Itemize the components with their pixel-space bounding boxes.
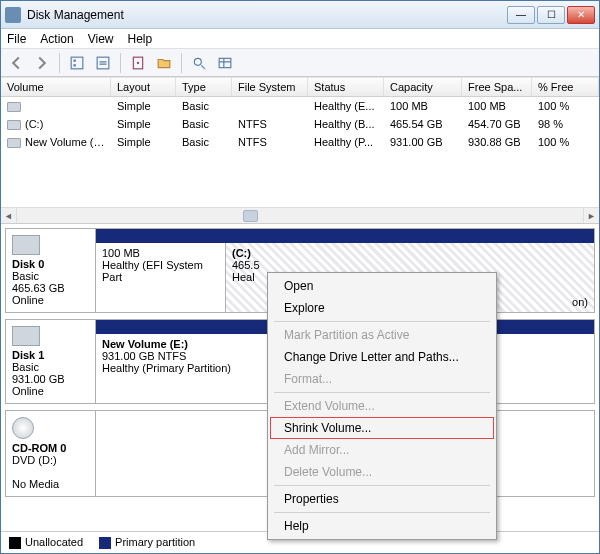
menu-shrink-volume[interactable]: Shrink Volume...	[270, 417, 494, 439]
back-button[interactable]	[5, 52, 27, 74]
search-icon[interactable]	[188, 52, 210, 74]
partition-name: (C:)	[232, 247, 251, 259]
minimize-button[interactable]: —	[507, 6, 535, 24]
volume-row[interactable]: (C:) Simple Basic NTFS Healthy (B... 465…	[1, 115, 599, 133]
volume-row[interactable]: New Volume (E:) Simple Basic NTFS Health…	[1, 133, 599, 151]
settings-icon[interactable]	[127, 52, 149, 74]
col-status[interactable]: Status	[308, 78, 384, 96]
legend-swatch-primary	[99, 537, 111, 549]
col-volume[interactable]: Volume	[1, 78, 111, 96]
col-pctfree[interactable]: % Free	[532, 78, 599, 96]
col-capacity[interactable]: Capacity	[384, 78, 462, 96]
scroll-thumb[interactable]	[243, 210, 258, 222]
titlebar: Disk Management — ☐ ✕	[1, 1, 599, 29]
menu-mark-active: Mark Partition as Active	[270, 324, 494, 346]
scroll-left-icon[interactable]: ◄	[1, 208, 17, 223]
window-title: Disk Management	[27, 8, 507, 22]
disk-icon	[12, 326, 40, 346]
context-menu: Open Explore Mark Partition as Active Ch…	[267, 272, 497, 540]
horizontal-scrollbar[interactable]: ◄ ►	[1, 207, 599, 223]
maximize-button[interactable]: ☐	[537, 6, 565, 24]
disk-icon	[12, 235, 40, 255]
volume-list-header: Volume Layout Type File System Status Ca…	[1, 77, 599, 97]
menu-extend-volume: Extend Volume...	[270, 395, 494, 417]
partition-efi[interactable]: 100 MB Healthy (EFI System Part	[96, 243, 226, 312]
legend-swatch-unallocated	[9, 537, 21, 549]
col-freespace[interactable]: Free Spa...	[462, 78, 532, 96]
toolbar	[1, 49, 599, 77]
menu-add-mirror: Add Mirror...	[270, 439, 494, 461]
menu-help[interactable]: Help	[270, 515, 494, 537]
refresh-icon[interactable]	[92, 52, 114, 74]
menu-format: Format...	[270, 368, 494, 390]
volume-list: Volume Layout Type File System Status Ca…	[1, 77, 599, 224]
forward-button[interactable]	[31, 52, 53, 74]
cdrom-icon	[12, 417, 34, 439]
volume-row[interactable]: Simple Basic Healthy (E... 100 MB 100 MB…	[1, 97, 599, 115]
drive-icon	[7, 120, 21, 130]
disk-header[interactable]: CD-ROM 0 DVD (D:) No Media	[6, 411, 96, 496]
svg-rect-1	[74, 59, 76, 61]
disk-header[interactable]: Disk 0 Basic 465.63 GB Online	[6, 229, 96, 312]
disk-label: Disk 1	[12, 349, 44, 361]
menu-view[interactable]: View	[88, 32, 114, 46]
svg-point-5	[137, 61, 139, 63]
disk-label: Disk 0	[12, 258, 44, 270]
menu-explore[interactable]: Explore	[270, 297, 494, 319]
menu-properties[interactable]: Properties	[270, 488, 494, 510]
disk-header[interactable]: Disk 1 Basic 931.00 GB Online	[6, 320, 96, 403]
list-icon[interactable]	[214, 52, 236, 74]
svg-rect-0	[71, 57, 83, 69]
scroll-right-icon[interactable]: ►	[583, 208, 599, 223]
col-layout[interactable]: Layout	[111, 78, 176, 96]
svg-rect-2	[74, 64, 76, 66]
svg-rect-7	[219, 58, 231, 67]
folder-icon[interactable]	[153, 52, 175, 74]
col-filesystem[interactable]: File System	[232, 78, 308, 96]
menubar: File Action View Help	[1, 29, 599, 49]
menu-delete-volume: Delete Volume...	[270, 461, 494, 483]
svg-rect-3	[97, 57, 109, 69]
close-button[interactable]: ✕	[567, 6, 595, 24]
partition-name: New Volume (E:)	[102, 338, 188, 350]
menu-action[interactable]: Action	[40, 32, 73, 46]
menu-help[interactable]: Help	[128, 32, 153, 46]
drive-icon	[7, 138, 21, 148]
menu-change-drive-letter[interactable]: Change Drive Letter and Paths...	[270, 346, 494, 368]
options-icon[interactable]	[66, 52, 88, 74]
svg-point-6	[194, 58, 201, 65]
app-icon	[5, 7, 21, 23]
drive-icon	[7, 102, 21, 112]
disk-label: CD-ROM 0	[12, 442, 66, 454]
menu-file[interactable]: File	[7, 32, 26, 46]
menu-open[interactable]: Open	[270, 275, 494, 297]
col-type[interactable]: Type	[176, 78, 232, 96]
